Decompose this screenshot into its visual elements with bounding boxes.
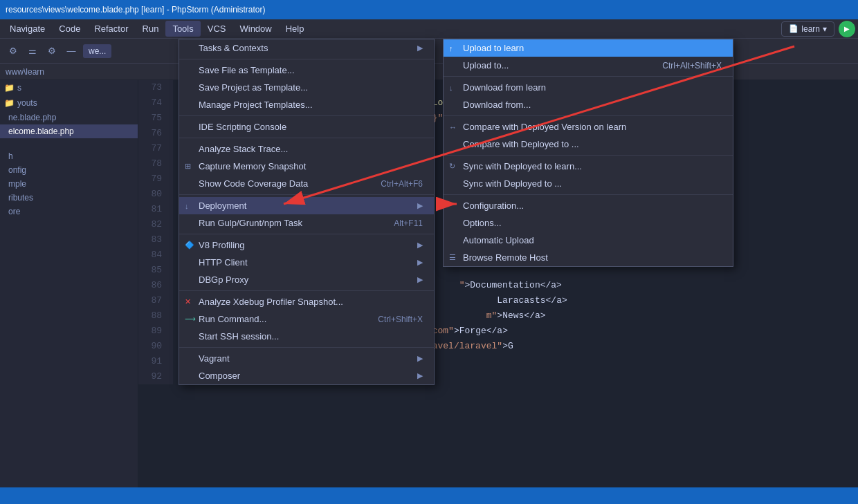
dep-download-from[interactable]: Download from... <box>444 96 733 113</box>
menu-tasks-contexts[interactable]: Tasks & Contexts ▶ <box>179 39 434 57</box>
submenu-arrow-icon: ▶ <box>417 275 423 284</box>
menu-vcs[interactable]: VCS <box>201 21 233 37</box>
menu-show-code-coverage[interactable]: Show Code Coverage Data Ctrl+Alt+F6 <box>179 175 434 192</box>
menu-start-ssh-session[interactable]: Start SSH session... <box>179 328 434 345</box>
dep-sync-deployed-learn[interactable]: ↻ Sync with Deployed to learn... <box>444 158 733 175</box>
dep-item-label: Sync with Deployed to learn... <box>463 161 582 171</box>
menu-capture-memory-snapshot[interactable]: ⊞ Capture Memory Snapshot <box>179 158 434 175</box>
sidebar-folder-ributes[interactable]: ributes <box>0 191 138 205</box>
separator <box>444 115 733 116</box>
menu-item-label: Tasks & Contexts <box>199 43 268 53</box>
dep-browse-remote-host[interactable]: ☰ Browse Remote Host <box>444 249 733 266</box>
dep-compare-deployed-learn[interactable]: ↔ Compare with Deployed Version on learn <box>444 118 733 136</box>
menu-item-label: Analyze Xdebug Profiler Snapshot... <box>199 297 343 307</box>
menu-save-project-template[interactable]: Save Project as Template... <box>179 79 434 96</box>
menu-dbgp-proxy[interactable]: DBGp Proxy ▶ <box>179 271 434 288</box>
compare-icon: ↔ <box>449 123 457 131</box>
minus-icon[interactable]: — <box>64 44 79 59</box>
dep-upload-to-learn[interactable]: ↑ Upload to learn <box>444 39 733 57</box>
dep-sync-deployed-to[interactable]: Sync with Deployed to ... <box>444 175 733 192</box>
run-config-dropdown-icon: ▾ <box>823 24 827 34</box>
shortcut-label: Ctrl+Shift+X <box>378 315 423 324</box>
menu-code[interactable]: Code <box>52 21 87 37</box>
submenu-arrow-icon: ▶ <box>417 201 423 210</box>
separator <box>179 138 434 138</box>
menu-item-label: Deployment <box>199 200 246 211</box>
upload-icon: ↑ <box>449 44 453 53</box>
sidebar-folder-s[interactable]: 📁 s <box>0 80 138 95</box>
run-button[interactable]: ▶ <box>839 21 855 37</box>
dep-download-from-learn[interactable]: ↓ Download from learn <box>444 79 733 96</box>
sidebar: 📁 s 📁 youts ne.blade.php elcome.blade.ph… <box>0 80 138 504</box>
menu-item-label: HTTP Client <box>199 257 248 268</box>
menu-vagrant[interactable]: Vagrant ▶ <box>179 350 434 367</box>
title-bar: resources\views\welcome.blade.php [learn… <box>0 0 858 19</box>
menu-manage-project-templates[interactable]: Manage Project Templates... <box>179 96 434 113</box>
status-bar <box>0 487 858 504</box>
dep-options[interactable]: Options... <box>444 214 733 232</box>
menu-item-label: Start SSH session... <box>199 331 279 342</box>
shortcut-label: Alt+F11 <box>394 218 423 228</box>
folder-icon: 📁 <box>4 83 15 93</box>
memory-icon: ⊞ <box>185 162 191 171</box>
separator <box>179 59 434 59</box>
separator <box>444 76 733 77</box>
sidebar-folder-youts[interactable]: 📁 youts <box>0 95 138 111</box>
sliders-icon[interactable]: ⚌ <box>25 44 40 59</box>
dep-item-label: Upload to learn <box>463 43 524 53</box>
submenu-arrow-icon: ▶ <box>417 354 423 363</box>
menu-analyze-stack-trace[interactable]: Analyze Stack Trace... <box>179 140 434 158</box>
sidebar-folder-config[interactable]: onfig <box>0 163 138 177</box>
menu-run-gulp-grunt-npm[interactable]: Run Gulp/Grunt/npm Task Alt+F11 <box>179 214 434 232</box>
menu-bar: Navigate Code Refactor Run Tools VCS Win… <box>0 19 858 39</box>
submenu-arrow-icon: ▶ <box>417 371 423 380</box>
menu-item-label: IDE Scripting Console <box>199 122 286 132</box>
settings-icon[interactable]: ⚙ <box>6 44 21 59</box>
menu-deployment[interactable]: ↓ Deployment ▶ <box>179 197 434 214</box>
menu-composer[interactable]: Composer ▶ <box>179 367 434 384</box>
menu-item-label: Save File as Template... <box>199 65 295 75</box>
menu-http-client[interactable]: HTTP Client ▶ <box>179 254 434 271</box>
menu-help[interactable]: Help <box>279 21 311 37</box>
menu-navigate[interactable]: Navigate <box>3 21 52 37</box>
dep-automatic-upload[interactable]: Automatic Upload <box>444 232 733 249</box>
menu-item-label: Capture Memory Snapshot <box>199 161 306 171</box>
dep-upload-to[interactable]: Upload to... Ctrl+Alt+Shift+X <box>444 57 733 74</box>
separator <box>444 194 733 195</box>
menu-item-label: Run Command... <box>199 314 266 324</box>
download-icon: ↓ <box>449 84 453 92</box>
dep-item-label: Options... <box>463 218 502 228</box>
run-config-selector[interactable]: 📄 learn ▾ <box>781 21 834 37</box>
browse-icon: ☰ <box>449 253 456 262</box>
menu-item-label: Vagrant <box>199 353 230 364</box>
menu-item-label: Manage Project Templates... <box>199 100 313 110</box>
menu-save-file-template[interactable]: Save File as Template... <box>179 62 434 79</box>
menu-v8-profiling[interactable]: 🔷 V8 Profiling ▶ <box>179 236 434 254</box>
sidebar-folder-ore[interactable]: ore <box>0 205 138 218</box>
menu-window[interactable]: Window <box>232 21 278 37</box>
menu-run-command[interactable]: ⟶ Run Command... Ctrl+Shift+X <box>179 310 434 328</box>
separator <box>179 234 434 234</box>
separator <box>179 290 434 291</box>
v8-icon: 🔷 <box>185 241 194 250</box>
menu-refactor[interactable]: Refactor <box>87 21 135 37</box>
dep-item-label: Compare with Deployed to ... <box>463 139 579 149</box>
file-tab[interactable]: we... <box>83 44 111 58</box>
shortcut-label: Ctrl+Alt+F6 <box>381 179 423 189</box>
gear-icon[interactable]: ⚙ <box>44 44 60 59</box>
sidebar-folder-h[interactable]: h <box>0 149 138 163</box>
dep-configuration[interactable]: Configuration... <box>444 197 733 214</box>
menu-run[interactable]: Run <box>136 21 166 37</box>
folder-icon: 📁 <box>4 98 15 108</box>
dep-compare-deployed-to[interactable]: Compare with Deployed to ... <box>444 136 733 153</box>
separator <box>179 347 434 348</box>
menu-analyze-xdebug[interactable]: ✕ Analyze Xdebug Profiler Snapshot... <box>179 293 434 310</box>
menu-item-label: Show Code Coverage Data <box>199 178 308 189</box>
menu-ide-scripting-console[interactable]: IDE Scripting Console <box>179 118 434 136</box>
menu-item-label: Save Project as Template... <box>199 82 308 93</box>
run-config-label: learn <box>801 24 820 34</box>
sidebar-file-welcome-blade[interactable]: elcome.blade.php <box>0 124 138 138</box>
sidebar-folder-mple[interactable]: mple <box>0 177 138 191</box>
menu-tools[interactable]: Tools <box>165 21 200 37</box>
sidebar-file-ne-blade[interactable]: ne.blade.php <box>0 111 138 124</box>
